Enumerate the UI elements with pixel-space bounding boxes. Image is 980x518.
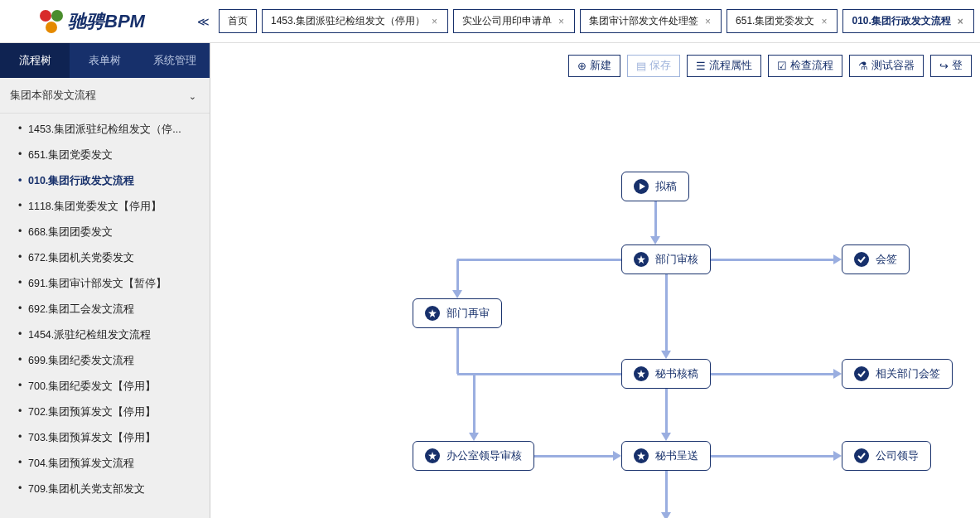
- star-icon: [634, 252, 649, 267]
- flow-edge: [456, 259, 459, 292]
- tree-item[interactable]: 692.集团工会发文流程: [0, 297, 210, 322]
- tab-label: 集团审计部发文件处理签: [589, 14, 698, 28]
- flow-canvas[interactable]: 拟稿部门审核会签部门再审秘书核稿相关部门会签办公室领导审核秘书呈送公司领导缮印校…: [210, 90, 980, 518]
- tree-item[interactable]: 668.集团团委发文: [0, 220, 210, 245]
- tree-item[interactable]: 1453.集团派驻纪检组发文（停...: [0, 117, 210, 143]
- close-icon[interactable]: ×: [557, 16, 566, 27]
- flow-node[interactable]: 部门审核: [621, 244, 711, 274]
- svg-marker-1: [637, 255, 645, 264]
- arrow-icon: [613, 451, 621, 461]
- arrow-icon: [661, 351, 671, 359]
- close-icon[interactable]: ×: [703, 16, 712, 27]
- flow-node[interactable]: 相关部门会签: [842, 359, 953, 389]
- node-label: 相关部门会签: [876, 366, 940, 381]
- flow-edge: [534, 455, 615, 457]
- node-label: 会签: [876, 252, 897, 267]
- sidebar: 流程树表单树系统管理 集团本部发文流程 ⌃ 1453.集团派驻纪检组发文（停..…: [0, 43, 210, 518]
- list-button[interactable]: ☰流程属性: [687, 55, 761, 77]
- svg-marker-0: [640, 183, 645, 190]
- chevron-up-icon: ⌃: [189, 90, 196, 101]
- svg-marker-3: [637, 370, 645, 378]
- main-panel: ⊕新建▤保存☰流程属性☑检查流程⚗测试容器↪登 拟稿部门审核会签部门再审秘书核稿…: [210, 43, 980, 518]
- tree-item[interactable]: 700.集团纪委发文【停用】: [0, 374, 210, 399]
- check-button[interactable]: ☑检查流程: [768, 55, 842, 77]
- star-icon: [634, 366, 649, 381]
- flow-edge: [711, 259, 835, 261]
- flow-edge: [456, 328, 459, 374]
- flow-edge: [654, 201, 657, 238]
- tree-panel: 集团本部发文流程 ⌃ 1453.集团派驻纪检组发文（停...651.集团党委发文…: [0, 78, 210, 518]
- flow-node[interactable]: 会签: [842, 244, 910, 274]
- close-icon[interactable]: ×: [956, 16, 965, 27]
- top-tab[interactable]: 实业公司用印申请单×: [453, 9, 575, 33]
- tree-item[interactable]: 1118.集团党委发文【停用】: [0, 194, 210, 220]
- close-icon[interactable]: ×: [430, 16, 439, 27]
- node-label: 秘书呈送: [655, 448, 698, 463]
- node-label: 部门再审: [447, 306, 490, 321]
- flow-edge: [665, 389, 668, 434]
- flow-node[interactable]: 公司领导: [842, 441, 931, 471]
- login-icon: ↪: [939, 60, 949, 72]
- flow-node[interactable]: 秘书呈送: [621, 441, 711, 471]
- arrow-icon: [452, 290, 462, 298]
- flow-node[interactable]: 部门再审: [413, 298, 502, 328]
- side-tab[interactable]: 流程树: [0, 43, 70, 78]
- flow-edge: [474, 373, 622, 375]
- flow-edge: [711, 373, 835, 375]
- close-icon[interactable]: ×: [819, 16, 828, 27]
- arrow-icon: [650, 236, 660, 244]
- flow-node[interactable]: 办公室领导审核: [413, 441, 534, 471]
- collapse-sidebar-button[interactable]: ≪: [196, 15, 210, 28]
- arrow-icon: [833, 451, 842, 461]
- save-button[interactable]: ▤保存: [627, 55, 680, 77]
- plus-button[interactable]: ⊕新建: [568, 55, 620, 77]
- check-icon: ☑: [777, 60, 787, 72]
- login-button[interactable]: ↪登: [930, 55, 972, 77]
- node-label: 部门审核: [655, 252, 698, 267]
- side-tab[interactable]: 表单树: [70, 43, 139, 78]
- top-tab[interactable]: 集团审计部发文件处理签×: [580, 9, 722, 33]
- flow-node[interactable]: 拟稿: [621, 172, 689, 201]
- check-icon: [854, 366, 869, 381]
- save-icon: ▤: [636, 60, 646, 72]
- button-label: 新建: [590, 59, 611, 73]
- arrow-icon: [661, 433, 671, 441]
- top-tab[interactable]: 1453.集团派驻纪检组发文（停用）×: [262, 9, 448, 33]
- flow-edge: [457, 259, 621, 261]
- arrow-icon: [833, 369, 842, 379]
- tree-group-header[interactable]: 集团本部发文流程 ⌃: [0, 78, 210, 114]
- star-icon: [634, 448, 649, 463]
- svg-marker-4: [428, 452, 437, 460]
- check-icon: [854, 448, 869, 463]
- tree-item[interactable]: 699.集团纪委发文流程: [0, 348, 210, 374]
- top-tab[interactable]: 010.集团行政发文流程×: [842, 9, 973, 33]
- flow-edge: [473, 374, 476, 434]
- tree-item[interactable]: 709.集团机关党支部发文: [0, 477, 210, 502]
- arrow-icon: [469, 433, 479, 441]
- top-tab[interactable]: 651.集团党委发文×: [727, 9, 838, 33]
- star-icon: [425, 306, 440, 321]
- tree-item[interactable]: 704.集团预算发文流程: [0, 451, 210, 477]
- button-label: 登: [952, 59, 963, 73]
- list-icon: ☰: [696, 60, 706, 72]
- top-tab[interactable]: 首页: [219, 9, 257, 33]
- tree-item[interactable]: 1454.派驻纪检组发文流程: [0, 322, 210, 348]
- flask-button[interactable]: ⚗测试容器: [849, 55, 924, 77]
- button-label: 保存: [649, 59, 671, 73]
- tree-item[interactable]: 010.集团行政发文流程: [0, 168, 210, 194]
- tree-item[interactable]: 703.集团预算发文【停用】: [0, 425, 210, 451]
- tab-label: 651.集团党委发文: [736, 14, 814, 28]
- app-logo-area: 驰骋BPM: [0, 9, 196, 34]
- gears-icon: [40, 10, 63, 33]
- node-label: 秘书核稿: [655, 366, 698, 381]
- tab-label: 实业公司用印申请单: [462, 14, 552, 28]
- tree-item[interactable]: 651.集团党委发文: [0, 143, 210, 168]
- node-label: 公司领导: [876, 448, 919, 463]
- tree-item[interactable]: 691.集团审计部发文【暂停】: [0, 271, 210, 297]
- tab-label: 首页: [228, 14, 248, 28]
- flow-node[interactable]: 秘书核稿: [621, 359, 711, 389]
- tree-item[interactable]: 672.集团机关党委发文: [0, 245, 210, 271]
- side-tab[interactable]: 系统管理: [140, 43, 210, 78]
- tree-item[interactable]: 702.集团预算发文【停用】: [0, 399, 210, 425]
- star-icon: [425, 448, 440, 463]
